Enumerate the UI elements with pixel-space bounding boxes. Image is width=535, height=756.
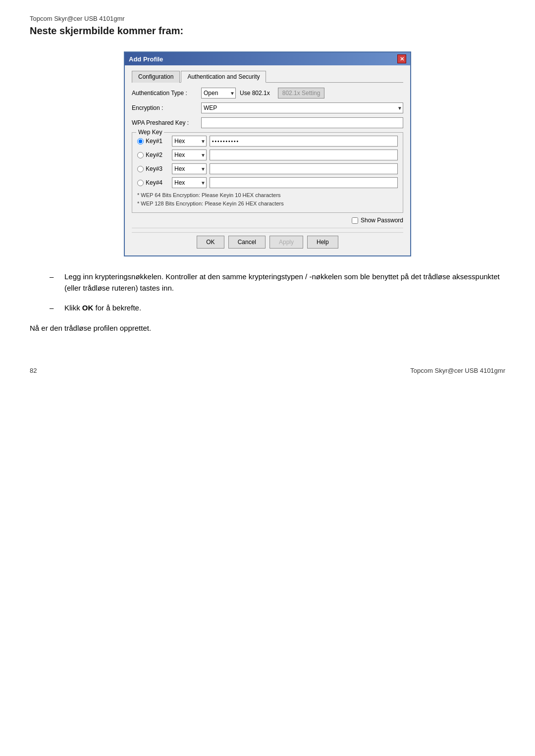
bullet-item-2: Klikk OK for å bekrefte.: [50, 302, 505, 314]
key1-input[interactable]: [210, 136, 398, 147]
key4-type-wrapper: Hex ASCII ▼: [172, 177, 207, 188]
show-password-checkbox[interactable]: [352, 217, 358, 224]
key2-type-wrapper: Hex ASCII ▼: [172, 150, 207, 160]
wep-note-128: * WEP 128 Bits Encryption: Please Keyin …: [137, 200, 398, 208]
cancel-button[interactable]: Cancel: [228, 236, 266, 249]
wep-key-group: Wep Key Key#1 Hex ASCII ▼: [132, 132, 403, 213]
key3-type-select[interactable]: Hex ASCII: [172, 163, 207, 174]
wep-key-group-title: Wep Key: [136, 129, 164, 136]
bullet-2-bold: OK: [82, 303, 94, 312]
intro-text: Neste skjermbilde kommer fram:: [30, 25, 505, 37]
key1-radio[interactable]: [137, 138, 144, 145]
encryption-select[interactable]: WEP None TKIP AES: [201, 102, 403, 113]
show-password-row: Show Password: [132, 217, 403, 224]
bullet-list: Legg inn krypteringsnøkkelen. Kontroller…: [50, 271, 505, 314]
dialog-wrapper: Add Profile ✕ Configuration Authenticati…: [124, 51, 411, 256]
key3-radio[interactable]: [137, 166, 144, 172]
tab-configuration[interactable]: Configuration: [132, 71, 180, 83]
closing-text: Nå er den trådløse profilen opprettet.: [30, 324, 505, 332]
key4-label: Key#4: [146, 179, 162, 186]
close-button[interactable]: ✕: [397, 54, 406, 63]
wep-note-64: * WEP 64 Bits Encryption: Please Keyin 1…: [137, 191, 398, 200]
bullet-2-text-after: for å bekrefte.: [93, 303, 141, 312]
show-password-label[interactable]: Show Password: [352, 217, 403, 224]
key2-label: Key#2: [146, 151, 162, 158]
ok-button[interactable]: OK: [197, 236, 224, 249]
brand-header-small: Topcom Skyr@cer USB 4101gmr: [30, 15, 505, 22]
key4-row: Key#4 Hex ASCII ▼: [137, 177, 398, 188]
key2-type-select[interactable]: Hex ASCII: [172, 150, 207, 160]
key4-type-select[interactable]: Hex ASCII: [172, 177, 207, 188]
help-button[interactable]: Help: [307, 236, 338, 249]
auth-type-row: Authentication Type : Open Shared ▼ Use …: [132, 88, 403, 99]
use-802-label: Use 802.1x: [240, 90, 270, 97]
key3-radio-label[interactable]: Key#3: [137, 165, 172, 172]
tab-auth-security[interactable]: Authentication and Security: [181, 71, 266, 83]
auth-type-label: Authentication Type :: [132, 90, 201, 97]
tab-bar: Configuration Authentication and Securit…: [132, 70, 403, 83]
add-profile-dialog: Add Profile ✕ Configuration Authenticati…: [124, 51, 411, 256]
wpa-preshared-input[interactable]: [201, 117, 403, 128]
footer-brand: Topcom Skyr@cer USB 4101gmr: [410, 367, 505, 374]
key4-input[interactable]: [210, 177, 398, 188]
802-setting-button[interactable]: 802.1x Setting: [278, 88, 325, 99]
dialog-titlebar: Add Profile ✕: [125, 52, 410, 65]
dialog-content: Configuration Authentication and Securit…: [125, 65, 410, 255]
key3-type-wrapper: Hex ASCII ▼: [172, 163, 207, 174]
key1-type-wrapper: Hex ASCII ▼: [172, 136, 207, 147]
auth-type-select[interactable]: Open Shared: [201, 88, 236, 99]
dialog-title: Add Profile: [129, 55, 163, 63]
auth-type-select-wrapper: Open Shared ▼: [201, 88, 236, 99]
encryption-row: Encryption : WEP None TKIP AES ▼: [132, 102, 403, 113]
wpa-preshared-label: WPA Preshared Key :: [132, 119, 201, 126]
key3-label: Key#3: [146, 165, 162, 172]
bullet-item-1: Legg inn krypteringsnøkkelen. Kontroller…: [50, 271, 505, 294]
key4-radio-label[interactable]: Key#4: [137, 179, 172, 186]
key1-radio-label[interactable]: Key#1: [137, 138, 172, 145]
key1-row: Key#1 Hex ASCII ▼: [137, 136, 398, 147]
encryption-select-wrapper: WEP None TKIP AES ▼: [201, 102, 403, 113]
key2-row: Key#2 Hex ASCII ▼: [137, 150, 398, 160]
bullet-2-text-before: Klikk: [64, 303, 82, 312]
wep-note: * WEP 64 Bits Encryption: Please Keyin 1…: [137, 191, 398, 207]
apply-button[interactable]: Apply: [269, 236, 303, 249]
page-number: 82: [30, 367, 37, 374]
key2-radio[interactable]: [137, 152, 144, 158]
dialog-buttons: OK Cancel Apply Help: [132, 232, 403, 249]
key3-row: Key#3 Hex ASCII ▼: [137, 163, 398, 174]
bullet-1-text: Legg inn krypteringsnøkkelen. Kontroller…: [64, 272, 500, 292]
key1-type-select[interactable]: Hex ASCII: [172, 136, 207, 147]
show-password-text: Show Password: [361, 217, 403, 224]
wpa-preshared-row: WPA Preshared Key :: [132, 117, 403, 128]
key1-label: Key#1: [146, 138, 162, 145]
page-footer: 82 Topcom Skyr@cer USB 4101gmr: [30, 362, 505, 374]
key4-radio[interactable]: [137, 180, 144, 186]
key2-input[interactable]: [210, 150, 398, 160]
button-separator: [132, 228, 403, 228]
key2-radio-label[interactable]: Key#2: [137, 151, 172, 158]
encryption-label: Encryption :: [132, 104, 201, 111]
key3-input[interactable]: [210, 163, 398, 174]
